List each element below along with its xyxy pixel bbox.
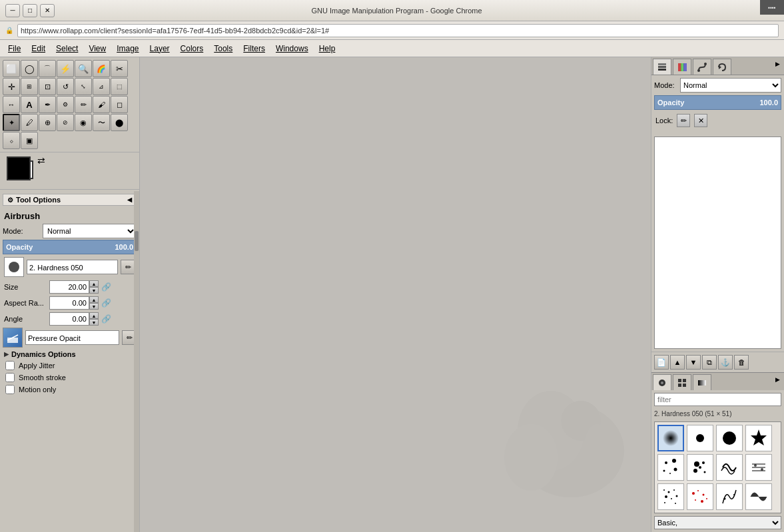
brush-item-3[interactable] [716,425,743,451]
menu-help[interactable]: Help [314,43,341,55]
tool-zoom[interactable]: 🔍 [75,60,92,77]
smooth-stroke-label[interactable]: Smooth stroke [19,374,66,382]
new-layer-button[interactable]: 📄 [654,355,669,370]
preset-dropdown[interactable]: Basic, Calligraphic Natural [654,516,781,529]
tab-brushes[interactable] [653,374,671,390]
tool-options-tab[interactable]: ⚙ Tool Options ◀ [3,194,137,206]
aspect-spinner[interactable]: ▲ ▼ [89,296,99,310]
foreground-color-swatch[interactable] [7,156,31,180]
tool-color-picker[interactable]: 🌈 [93,60,110,77]
tool-rotate[interactable]: ↺ [57,78,74,95]
brushes-filter-input[interactable] [654,393,781,406]
size-spinner[interactable]: ▲ ▼ [89,280,99,294]
tool-rect-select[interactable]: ⬜ [3,60,20,77]
tool-free-select[interactable]: ⌒ [39,60,56,77]
angle-chain-button[interactable]: 🔗 [99,312,113,326]
menu-layer[interactable]: Layer [145,43,175,55]
aspect-chain-button[interactable]: 🔗 [99,296,113,310]
layers-list[interactable] [654,136,781,349]
size-chain-button[interactable]: 🔗 [99,280,113,294]
menu-filters[interactable]: Filters [238,43,270,55]
lock-alpha-button[interactable]: ✕ [694,114,707,127]
angle-input[interactable] [49,312,89,326]
tab-gradients[interactable] [693,374,711,390]
menu-windows[interactable]: Windows [270,43,314,55]
tool-blend[interactable]: ▣ [21,132,38,149]
brush-item-abstract1[interactable] [716,483,743,510]
delete-layer-button[interactable]: 🗑 [734,355,749,370]
tab-channels[interactable] [673,59,691,75]
layers-mode-select[interactable]: Normal Multiply Screen [680,78,781,93]
tab-paths[interactable] [693,59,711,75]
swap-colors-button[interactable]: ⇄ [37,155,45,166]
dynamics-options-header[interactable]: ▶ Dynamics Options [3,349,137,360]
tool-shear[interactable]: ⊿ [93,78,110,95]
angle-up-button[interactable]: ▲ [89,312,99,319]
tool-fill[interactable]: ⬦ [3,132,20,149]
brush-item-dots1[interactable] [657,483,684,510]
duplicate-layer-button[interactable]: ⧉ [702,355,717,370]
tool-perspective[interactable]: ⬚ [111,78,128,95]
tool-move[interactable]: ✛ [3,78,20,95]
size-down-button[interactable]: ▼ [89,287,99,294]
tool-clone[interactable]: ⊕ [39,114,56,131]
tool-ellipse-select[interactable]: ◯ [21,60,38,77]
address-input[interactable] [17,24,779,37]
tool-options-scrollbar-thumb[interactable] [135,231,139,251]
aspect-input[interactable] [49,296,89,310]
brush-item-rough2[interactable] [745,454,772,481]
tool-airbrush[interactable]: ✦ [3,114,20,131]
layers-opacity-bar[interactable]: Opacity 100.0 [654,95,781,110]
brush-item-rough1[interactable] [716,454,743,481]
menu-file[interactable]: File [3,43,26,55]
raise-layer-button[interactable]: ▲ [670,355,685,370]
motion-only-label[interactable]: Motion only [19,386,56,394]
anchor-layer-button[interactable]: ⚓ [718,355,733,370]
brush-item-dots2[interactable] [687,483,713,510]
tab-undo[interactable] [713,59,731,75]
apply-jitter-label[interactable]: Apply Jitter [19,362,55,370]
tool-scissors[interactable]: ✂ [111,60,128,77]
tool-convolve[interactable]: ◉ [75,114,92,131]
tool-align[interactable]: ⊞ [21,78,38,95]
aspect-up-button[interactable]: ▲ [89,296,99,303]
brush-item-sparkle1[interactable] [657,454,684,481]
tool-flip[interactable]: ↔ [3,96,20,113]
tool-smudge[interactable]: 〜 [93,114,110,131]
opacity-slider[interactable]: Opacity 100.0 [3,240,137,254]
menu-colors[interactable]: Colors [175,43,209,55]
tool-iscissors[interactable]: ⚙ [57,96,74,113]
canvas-area[interactable] [140,57,651,532]
tool-crop[interactable]: ⊡ [39,78,56,95]
menu-view[interactable]: View [83,43,111,55]
panel-expand-button[interactable]: ▶ [772,59,783,69]
brush-edit-button[interactable]: ✏ [121,260,135,274]
tool-scale[interactable]: ⤡ [75,78,92,95]
brushes-panel-expand[interactable]: ▶ [772,374,783,385]
mode-select[interactable]: Normal Dissolve Multiply [43,224,137,238]
apply-jitter-checkbox[interactable] [5,361,15,370]
tab-layers[interactable] [653,59,671,75]
tool-path[interactable]: ✒ [39,96,56,113]
brush-item-star[interactable] [745,425,772,451]
size-up-button[interactable]: ▲ [89,280,99,287]
tool-heal[interactable]: ⊘ [57,114,74,131]
lock-pixels-button[interactable]: ✏ [677,114,690,127]
angle-spinner[interactable]: ▲ ▼ [89,312,99,326]
angle-down-button[interactable]: ▼ [89,319,99,326]
tool-pencil[interactable]: ✏ [75,96,92,113]
tool-paintbrush[interactable]: 🖌 [93,96,110,113]
tool-text[interactable]: A [21,96,38,113]
brush-item-hardness-050[interactable] [657,425,684,451]
motion-only-checkbox[interactable] [5,385,15,394]
tab-patterns[interactable] [673,374,691,390]
tool-options-collapse[interactable]: ◀ [127,196,132,203]
brush-item-2[interactable] [687,425,713,451]
lower-layer-button[interactable]: ▼ [686,355,701,370]
aspect-down-button[interactable]: ▼ [89,303,99,310]
menu-edit[interactable]: Edit [26,43,51,55]
tool-eraser[interactable]: ◻ [111,96,128,113]
tool-dodge[interactable]: ⬤ [111,114,128,131]
brush-item-abstract2[interactable] [745,483,772,510]
brush-item-splatter[interactable] [687,454,713,481]
